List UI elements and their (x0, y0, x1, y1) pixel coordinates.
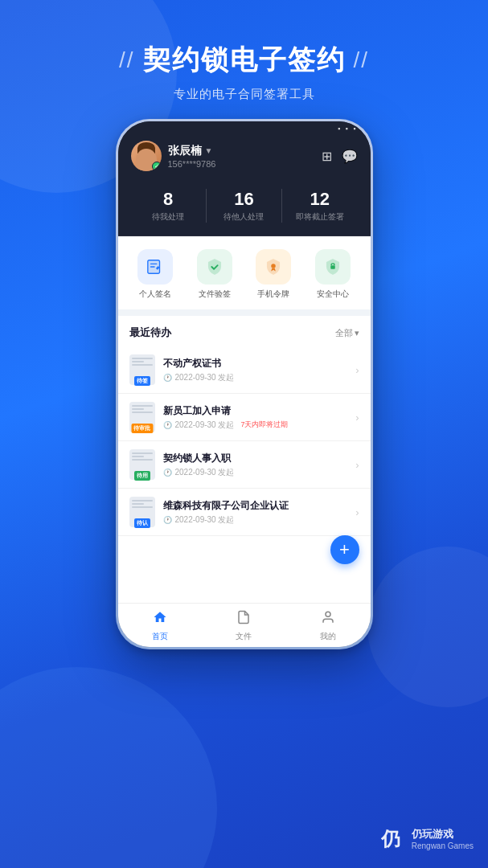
task-arrow-0: › (355, 364, 359, 376)
nav-item-files[interactable]: 文件 (236, 610, 252, 642)
task-name-2: 契约锁人事入职 (163, 452, 348, 465)
phone-outer-frame: ▪ ▪ ▪ 张辰楠 ▼ 156****9786 (116, 119, 373, 649)
task-item-3[interactable]: 待认 维森科技有限子公司企业认证 🕐 2022-09-30 发起 › (118, 489, 371, 536)
stats-row: 8 待我处理 16 待他人处理 12 即将截止签署 (118, 181, 371, 236)
task-doc-2: 待用 (129, 449, 155, 480)
task-doc-0: 待签 (129, 354, 155, 385)
user-dropdown-arrow: ▼ (205, 146, 213, 155)
app-header: 张辰楠 ▼ 156****9786 ⊞ 💬 (118, 136, 371, 181)
task-badge-0: 待签 (134, 376, 150, 386)
recent-header: 最近待办 全部 ▾ (118, 316, 371, 346)
recent-tasks-section: 最近待办 全部 ▾ 待签 (118, 316, 371, 603)
task-body-3: 维森科技有限子公司企业认证 🕐 2022-09-30 发起 (163, 499, 348, 526)
task-badge-2: 待用 (134, 471, 150, 481)
task-meta-3: 🕐 2022-09-30 发起 (163, 514, 348, 526)
task-doc-3: 待认 (129, 497, 155, 527)
task-meta-1: 🕐 2022-09-30 发起 7天内即将过期 (163, 420, 348, 431)
clock-icon-1: 🕐 (163, 421, 172, 429)
task-arrow-2: › (355, 459, 359, 471)
doc-line (132, 506, 153, 508)
nav-item-profile[interactable]: 我的 (320, 610, 336, 642)
qa-personal-sign-label: 个人签名 (139, 289, 171, 300)
task-name-3: 维森科技有限子公司企业认证 (163, 499, 348, 513)
user-info-section[interactable]: 张辰楠 ▼ 156****9786 (131, 141, 216, 171)
user-text-group: 张辰楠 ▼ 156****9786 (168, 144, 216, 169)
stat-pending-me-label: 待我处理 (131, 211, 206, 223)
fab-add-button[interactable]: + (330, 535, 359, 564)
app-subtitle: 专业的电子合同签署工具 (0, 87, 488, 102)
phone-inner-screen: ▪ ▪ ▪ 张辰楠 ▼ 156****9786 (118, 121, 371, 647)
bg-decoration-circle2 (367, 547, 488, 707)
stat-pending-others[interactable]: 16 待他人处理 (206, 189, 281, 223)
qa-security-label: 安全中心 (317, 289, 349, 300)
doc-line-short (132, 503, 145, 505)
status-bar: ▪ ▪ ▪ (118, 121, 371, 136)
svg-text:仍: 仍 (381, 828, 400, 850)
stat-pending-others-label: 待他人处理 (207, 211, 281, 223)
task-name-0: 不动产权证书 (163, 357, 348, 371)
doc-line (132, 452, 153, 454)
user-name: 张辰楠 ▼ (168, 144, 216, 158)
task-body-0: 不动产权证书 🕐 2022-09-30 发起 (163, 357, 348, 383)
task-badge-1: 待审批 (131, 424, 153, 433)
task-meta-0: 🕐 2022-09-30 发起 (163, 372, 348, 383)
recent-filter-button[interactable]: 全部 ▾ (335, 327, 359, 339)
title-suffix-icon: // (354, 47, 370, 73)
qa-token[interactable]: 手机令牌 (256, 249, 291, 300)
doc-line (132, 364, 153, 366)
stat-pending-me[interactable]: 8 待我处理 (131, 189, 206, 223)
task-body-2: 契约锁人事入职 🕐 2022-09-30 发起 (163, 452, 348, 478)
doc-line (132, 500, 153, 502)
app-title: // 契约锁电子签约 // (0, 42, 488, 79)
bottom-navigation: 首页 文件 (118, 603, 371, 647)
task-meta-2: 🕐 2022-09-30 发起 (163, 467, 348, 478)
task-date-0: 2022-09-30 发起 (175, 372, 235, 383)
qa-personal-sign-icon (137, 249, 173, 285)
stat-pending-others-number: 16 (207, 189, 281, 210)
header-section: // 契约锁电子签约 // 专业的电子合同签署工具 (0, 0, 488, 102)
doc-line-short (132, 361, 145, 362)
clock-icon-3: 🕐 (163, 516, 172, 524)
qa-verify-icon (197, 249, 232, 285)
clock-icon-0: 🕐 (163, 374, 172, 382)
home-icon (153, 610, 167, 628)
qa-verify-label: 文件验签 (199, 289, 231, 300)
task-date-2: 2022-09-30 发起 (175, 467, 235, 478)
svg-rect-2 (330, 265, 335, 269)
task-item-2[interactable]: 待用 契约锁人事入职 🕐 2022-09-30 发起 › (118, 441, 371, 489)
svg-point-3 (326, 612, 330, 616)
status-bar-icons: ▪ ▪ ▪ (338, 125, 358, 133)
doc-line (132, 459, 153, 461)
doc-line (132, 358, 153, 359)
title-text: 契约锁电子签约 (143, 42, 346, 79)
stat-expiring-number: 12 (282, 189, 357, 210)
brand-name: 仍玩游戏 (412, 827, 474, 841)
qa-personal-sign[interactable]: 个人签名 (137, 249, 173, 300)
brand-logo-icon: 仍 (381, 828, 407, 850)
clock-icon-2: 🕐 (163, 469, 172, 477)
task-doc-1: 待审批 (129, 402, 155, 432)
phone-mockup: ▪ ▪ ▪ 张辰楠 ▼ 156****9786 (116, 119, 373, 649)
header-action-icons: ⊞ 💬 (322, 149, 358, 164)
nav-label-files: 文件 (236, 631, 252, 642)
stat-expiring-label: 即将截止签署 (282, 211, 357, 223)
qa-verify[interactable]: 文件验签 (197, 249, 232, 300)
qa-security[interactable]: 安全中心 (315, 249, 351, 300)
doc-line (132, 405, 153, 407)
nav-label-profile: 我的 (320, 631, 336, 642)
brand-text-group: 仍玩游戏 Rengwan Games (412, 827, 474, 850)
task-item-1[interactable]: 待审批 新员工加入申请 🕐 2022-09-30 发起 7天内即将过期 › (118, 394, 371, 441)
message-icon[interactable]: 💬 (342, 149, 358, 164)
recent-filter-label: 全部 (335, 327, 353, 339)
fullscreen-icon[interactable]: ⊞ (322, 149, 332, 164)
stat-expiring[interactable]: 12 即将截止签署 (281, 189, 357, 223)
bg-decoration-circle3 (0, 667, 217, 868)
files-icon (236, 610, 251, 628)
avatar (131, 141, 162, 171)
task-item-0[interactable]: 待签 不动产权证书 🕐 2022-09-30 发起 › (118, 346, 371, 394)
user-phone: 156****9786 (168, 159, 216, 169)
stat-pending-me-number: 8 (131, 189, 206, 210)
task-date-3: 2022-09-30 发起 (175, 514, 235, 526)
avatar-verified-badge (152, 162, 162, 171)
nav-item-home[interactable]: 首页 (152, 610, 168, 642)
